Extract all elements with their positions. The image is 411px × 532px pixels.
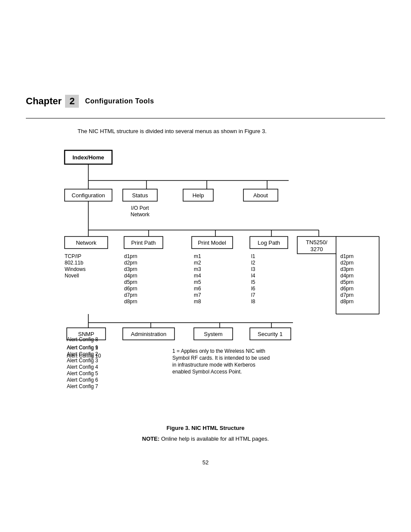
lp-l5: l5 (251, 279, 255, 285)
net-802: 802.11b (65, 260, 84, 266)
footnote-line4: enabled Symbol Access Point. (172, 369, 242, 375)
tn3270-label: 3270 (311, 246, 323, 252)
note-body: Online help is available for all HTML pa… (159, 436, 269, 442)
pp-d6: d6prn (124, 286, 137, 292)
administration-label: Administration (131, 331, 166, 337)
index-home-label: Index/Home (72, 154, 104, 161)
pp-d4: d4prn (124, 273, 137, 279)
pm-m8: m8 (194, 299, 201, 305)
configuration-label: Configuration (72, 192, 105, 199)
lp-l6: l6 (251, 286, 255, 292)
lp-l8: l8 (251, 299, 255, 305)
footnote-line3: in infrastructure mode with Kerberos (172, 362, 255, 368)
help-label: Help (193, 192, 204, 199)
system-label: System (204, 331, 222, 337)
pm-m2: m2 (194, 260, 201, 266)
chapter-rule (26, 118, 385, 118)
tn-d3: d3prn (340, 266, 354, 272)
pp-d8: d8prn (124, 299, 137, 305)
tn-d7: d7prn (340, 292, 354, 298)
pp-d2: d2prn (124, 260, 137, 266)
lp-l2: l2 (251, 260, 255, 266)
net-novell: Novell (65, 273, 79, 279)
intro-text: The NIC HTML structure is divided into s… (78, 127, 293, 136)
tn-d1: d1prn (340, 253, 354, 259)
footnote-line1: 1 = Applies only to the Wireless NIC wit… (172, 348, 265, 354)
log-path-label: Log Path (258, 240, 280, 246)
lp-l7: l7 (251, 292, 255, 298)
page-number: 52 (26, 459, 385, 466)
tn-d8: d8prn (340, 299, 354, 305)
chapter-word: Chapter (26, 96, 62, 107)
snmp-ac5: Alert Config 5 (67, 370, 98, 376)
chapter-number: 2 (65, 95, 79, 108)
note-label: NOTE: (142, 436, 159, 442)
pm-m6: m6 (194, 286, 201, 292)
print-model-label: Print Model (198, 240, 226, 246)
pm-m7: m7 (194, 292, 201, 298)
snmp-ac7: Alert Config 7 (67, 383, 98, 389)
pp-d3: d3prn (124, 266, 137, 272)
tn-d4: d4prn (340, 273, 354, 279)
snmp-ac4: Alert Config 4 (67, 364, 98, 370)
tn5250-label: TN5250/ (306, 239, 327, 246)
pp-d7: d7prn (124, 292, 137, 298)
network-sub-label: Network (131, 212, 150, 218)
snmp-ac6: Alert Config 6 (67, 377, 98, 383)
footnote-line2: Symbol RF cards. It is intended to be us… (172, 355, 270, 361)
pm-m3: m3 (194, 266, 201, 272)
lp-l1: l1 (251, 253, 255, 259)
about-label: About (253, 192, 268, 199)
pp-d5: d5prn (124, 279, 137, 285)
pp-d1: d1prn (124, 253, 137, 259)
note: NOTE: Online help is available for all H… (26, 436, 385, 442)
chapter-title: Configuration Tools (85, 97, 154, 105)
tcp-ip: TCP/IP (65, 253, 81, 259)
status-label: Status (132, 192, 148, 199)
network-label: Network (76, 240, 97, 246)
pm-m4: m4 (194, 273, 201, 279)
tn-d2: d2prn (340, 260, 354, 266)
lp-l4: l4 (251, 273, 255, 279)
io-port-label: I/O Port (131, 205, 149, 211)
tn-d5: d5prn (340, 279, 354, 285)
tn-d6: d6prn (340, 286, 354, 292)
pm-m1: m1 (194, 253, 201, 259)
pm-m5: m5 (194, 279, 201, 285)
print-path-label: Print Path (131, 240, 156, 246)
net-windows: Windows (65, 266, 86, 272)
chapter-header: Chapter 2 Configuration Tools (26, 95, 385, 108)
lp-l3: l3 (251, 266, 255, 272)
figure-caption: Figure 3. NIC HTML Structure (26, 425, 385, 431)
security-label: Security 1 (258, 331, 283, 337)
